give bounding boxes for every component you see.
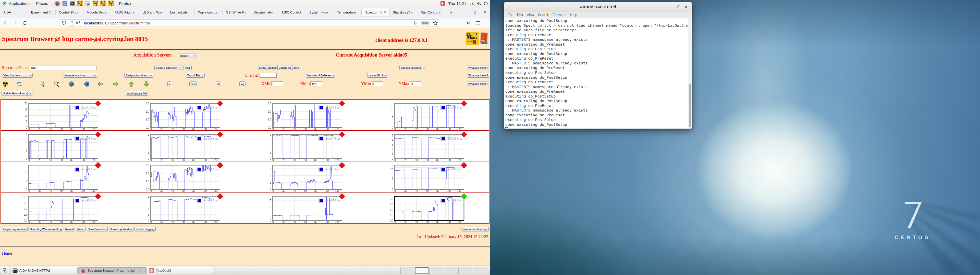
multi-button[interactable]: multi <box>183 65 192 70</box>
chart-cell-aida09[interactable]: 0510020406080100120aida09 Stat <box>1 161 123 192</box>
show-button[interactable]: Show <box>258 65 267 70</box>
current-app-menu[interactable]: Firefox <box>116 0 134 6</box>
workspace-5[interactable] <box>458 267 472 274</box>
tab-asic-control[interactable]: ASIC Control <box>278 7 306 18</box>
chart-cell-aida10[interactable]: 0.01.02.03.0020406080100120aida10 Stat <box>123 161 245 192</box>
tab-control-car[interactable]: Control @ car <box>56 7 83 18</box>
go-bottom-icon[interactable] <box>68 81 74 87</box>
workspace-2[interactable] <box>415 267 428 274</box>
launcher-midas-3-icon[interactable]: Midas <box>99 0 107 6</box>
arrange-functions-dropdown[interactable]: Arrange functions <box>63 73 97 77</box>
launcher-files-icon[interactable] <box>61 0 68 6</box>
new-button[interactable]: new <box>189 82 197 86</box>
arrow-down-icon[interactable] <box>143 81 149 87</box>
ymax-input[interactable]: 11 <box>409 82 421 86</box>
what-are-these-button-3[interactable]: What are these? <box>467 81 489 86</box>
tab-fadc-align[interactable]: FADC Align & <box>111 7 139 18</box>
reload-button[interactable] <box>21 20 27 26</box>
terminal-minimize-button[interactable] <box>668 2 674 12</box>
tab-gsi-white-ra[interactable]: GSI White Ra <box>223 7 250 18</box>
workspace-3[interactable] <box>430 267 443 274</box>
update-all-button[interactable]: Update All <box>277 65 292 70</box>
workspace-6[interactable] <box>473 267 487 274</box>
spectra-functions-dropdown[interactable]: Spectra functions <box>399 65 422 70</box>
hamburger-menu-icon[interactable] <box>475 20 481 26</box>
tab-run-control[interactable]: Run Control (( <box>417 7 445 18</box>
url-text[interactable]: localhost:8015/Spectrum/Spectrum.tml <box>84 21 413 25</box>
terminal-titlebar[interactable]: AIDA MIDAS HTTPd <box>504 2 692 11</box>
network-icon[interactable]: ? <box>470 1 475 6</box>
launcher-midas-2-icon[interactable]: Midas <box>92 0 99 6</box>
tab-led-and-wave[interactable]: LED and Wave <box>139 7 167 18</box>
send-log-window-to-elog-button[interactable]: Send Log Window to ELog <box>29 227 63 231</box>
terminal-scrollbar[interactable] <box>688 18 692 128</box>
auto-update-button[interactable]: Auto Update ON <box>126 91 148 96</box>
empty-log-window-button[interactable]: Empty Log Window <box>2 227 27 231</box>
anydesk-tray-icon[interactable] <box>441 1 445 6</box>
xmin-input[interactable]: 0 <box>271 82 283 86</box>
tab-statistics-c[interactable]: Statistics @ c <box>390 7 417 18</box>
chart-cell-aida15[interactable]: 051015020406080100120aida15 Stat <box>245 192 367 223</box>
applications-menu[interactable]: Applications <box>0 0 33 6</box>
shield-icon[interactable] <box>60 21 68 25</box>
tab-waveform-cap[interactable]: Waveform cap <box>195 7 223 18</box>
terminal-close-button[interactable] <box>683 2 689 12</box>
new-tab-button[interactable]: + <box>447 7 455 18</box>
select-a-spectrum-dropdown[interactable]: Select a spectrum <box>154 65 182 70</box>
arrow-right-icon[interactable] <box>113 81 118 87</box>
how-to-use-button[interactable]: How to use this page <box>461 227 489 231</box>
refresh-icon[interactable] <box>16 81 22 87</box>
chart-cell-aida14[interactable]: 01234020406080100120aida14 Stat <box>123 192 245 223</box>
terminal-menu-edit[interactable]: Edit <box>517 13 523 17</box>
chart-cell-aida06[interactable]: 01234020406080100120aida06 Stat <box>123 130 245 161</box>
tab-system-wide[interactable]: System wide <box>306 7 334 18</box>
zoom-out-icon[interactable] <box>54 81 59 87</box>
chart-cell-aida16[interactable]: 0.02.55.07.510.0020406080100120aida16 St… <box>367 192 489 223</box>
layout-id-dropdown[interactable]: Layout ID=2 <box>367 73 387 77</box>
overflow-chevrons-icon[interactable] <box>465 20 471 26</box>
forward-button[interactable] <box>12 20 18 26</box>
acquisition-server-select[interactable]: aida05 <box>179 53 197 58</box>
analysis-functions-dropdown[interactable]: Analysis functions <box>124 73 153 77</box>
terminal-menu-help[interactable]: Help <box>570 13 577 17</box>
launcher-terminal-icon[interactable] <box>68 0 76 6</box>
terminal-scrollbar-thumb[interactable] <box>689 84 691 127</box>
reset-button[interactable]: Reset <box>76 227 86 231</box>
workspace-4[interactable] <box>444 267 457 274</box>
back-button[interactable] <box>3 20 9 26</box>
tab-lost-activity-m[interactable]: Lost activity m <box>167 7 195 18</box>
update-button[interactable]: Update <box>267 65 278 70</box>
clear-spectrum-icon[interactable] <box>3 81 8 87</box>
go-top-icon[interactable] <box>84 81 89 87</box>
spectrum-name-input[interactable]: Stat <box>30 65 97 70</box>
show-log-window-button[interactable]: Show Log Window <box>109 227 134 231</box>
tab-discriminator[interactable]: Discriminator <box>250 7 278 18</box>
ymin-input[interactable]: 0 <box>371 82 383 86</box>
show-variables-button[interactable]: Show Variables <box>87 227 108 231</box>
power-icon[interactable] <box>484 1 488 6</box>
reader-mode-icon[interactable] <box>413 21 420 25</box>
tab-module-settin[interactable]: Module Settin <box>83 7 111 18</box>
chart-cell-aida08[interactable]: 012345020406080100120aida08 Stat <box>367 130 489 161</box>
workspace-1[interactable] <box>401 267 414 274</box>
reload-button[interactable]: Reload <box>64 227 75 231</box>
close-button[interactable]: ✕ <box>482 10 488 15</box>
taskbar-item-1[interactable]: AIDA MIDAS HTTPd <box>10 267 78 274</box>
log-button[interactable]: log <box>239 82 245 86</box>
what-are-these-button-1[interactable]: What are these? <box>467 65 489 70</box>
chart-cell-aida02[interactable]: 0.01.02.03.0020406080100120aida02 Stat <box>123 99 245 130</box>
show-desktop-button[interactable] <box>1 267 9 274</box>
terminal-maximize-button[interactable] <box>676 2 682 12</box>
chart-cell-aida03[interactable]: 0.01.02.03.0020406080100120aida03 Stat <box>245 99 367 130</box>
terminal-menu-file[interactable]: File <box>508 13 514 17</box>
terminal-menu-search[interactable]: Search <box>538 13 549 17</box>
tab-temperature[interactable]: Temperature <box>334 7 362 18</box>
arrow-left-icon[interactable] <box>97 81 103 87</box>
terminal-menu-terminal[interactable]: Terminal <box>553 13 566 17</box>
bookmark-star-icon[interactable] <box>431 21 439 25</box>
all-button[interactable]: all <box>216 82 221 86</box>
zero-button[interactable]: Zero <box>292 65 301 70</box>
tab-aida[interactable]: AIDA <box>0 7 28 18</box>
chart-cell-aida07[interactable]: 01234020406080100120aida07 Stat <box>245 130 367 161</box>
zoom-in-icon[interactable] <box>39 81 45 87</box>
